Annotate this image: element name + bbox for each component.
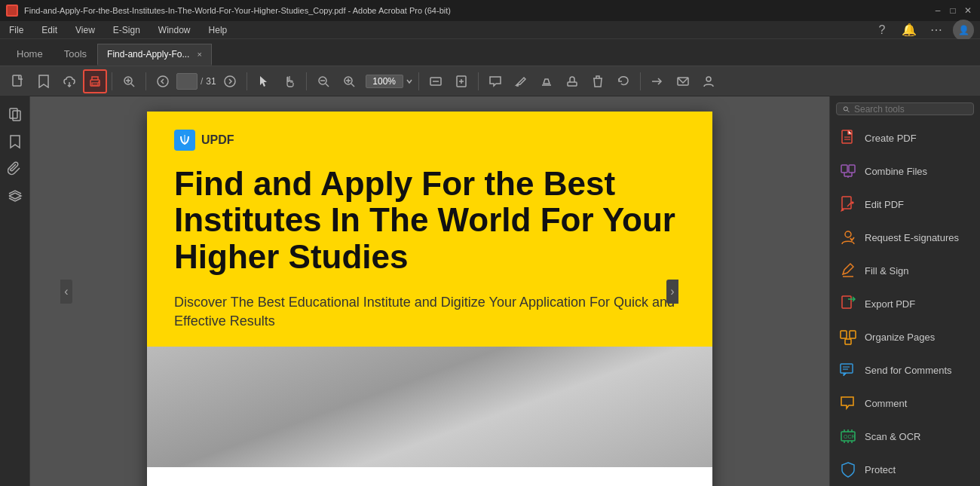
notification-icon[interactable]: 🔔 — [899, 20, 920, 41]
prev-page-button[interactable] — [151, 69, 175, 93]
collapse-left-button[interactable]: ‹ — [60, 280, 72, 304]
tool-create-pdf[interactable]: Create PDF — [830, 121, 980, 154]
comment-button[interactable] — [483, 69, 507, 93]
app-icon — [6, 5, 18, 17]
email-button[interactable] — [671, 69, 695, 93]
updf-logo-icon — [174, 130, 195, 151]
svg-point-10 — [158, 76, 168, 87]
sidebar-layers-icon[interactable] — [3, 184, 27, 208]
hand-tool-button[interactable] — [277, 69, 302, 93]
export-pdf-icon — [839, 295, 857, 313]
tab-document[interactable]: Find-and-Apply-Fo... × — [97, 44, 212, 66]
undo-button[interactable] — [611, 69, 635, 93]
zoom-in-button[interactable] — [117, 69, 141, 93]
new-file-button[interactable] — [6, 69, 30, 93]
document-area: ‹ UPDF Find and Apply For the Best Insti… — [30, 96, 829, 486]
menu-view[interactable]: View — [72, 23, 98, 37]
share-button[interactable] — [645, 69, 669, 93]
svg-rect-39 — [841, 165, 847, 173]
sidebar-attachments-icon[interactable] — [3, 157, 27, 181]
svg-point-5 — [98, 81, 100, 83]
svg-rect-51 — [850, 331, 856, 338]
apps-icon[interactable]: ⋯ — [926, 20, 947, 41]
save-cloud-button[interactable] — [57, 69, 81, 93]
help-icon[interactable]: ? — [871, 20, 893, 41]
sidebar-bookmarks-icon[interactable] — [3, 130, 27, 154]
bookmark-button[interactable] — [32, 69, 56, 93]
fit-width-button[interactable] — [424, 69, 448, 93]
menu-window[interactable]: Window — [155, 23, 194, 37]
window-controls[interactable]: – □ ✕ — [932, 5, 974, 17]
svg-line-7 — [131, 84, 134, 87]
tab-close-button[interactable]: × — [197, 50, 201, 59]
pdf-title: Find and Apply For the Best Institutes I… — [174, 166, 685, 275]
zoom-in-btn2[interactable] — [337, 69, 361, 93]
fillsign-label: Fill & Sign — [865, 265, 909, 277]
tool-scan-ocr[interactable]: OCR Scan & OCR — [830, 420, 980, 453]
svg-point-33 — [844, 106, 847, 110]
select-tool-button[interactable] — [252, 69, 276, 93]
search-tools-input[interactable] — [854, 104, 967, 115]
updf-logo-text: UPDF — [201, 133, 234, 147]
tool-organize-pages[interactable]: Organize Pages — [830, 320, 980, 353]
svg-rect-49 — [842, 296, 851, 308]
tool-request-esign[interactable]: Request E-signatures — [830, 221, 980, 254]
separator-3 — [247, 72, 247, 90]
svg-rect-0 — [8, 6, 17, 15]
zoom-control[interactable]: 100% — [366, 75, 414, 88]
svg-rect-4 — [92, 83, 98, 85]
tool-combine-files[interactable]: Combine Files — [830, 154, 980, 188]
stamp-button[interactable] — [560, 69, 584, 93]
user-avatar[interactable]: 👤 — [953, 20, 974, 41]
fit-page-button[interactable] — [449, 69, 473, 93]
menu-esign[interactable]: E-Sign — [110, 23, 143, 37]
page-separator: / — [201, 76, 203, 87]
tool-export-pdf[interactable]: Export PDF — [830, 287, 980, 320]
header-right-icons: ? 🔔 ⋯ 👤 — [871, 20, 974, 41]
separator-4 — [306, 72, 307, 90]
tool-edit-pdf[interactable]: Edit PDF — [830, 188, 980, 221]
protect-label: Protect — [865, 464, 896, 475]
svg-line-13 — [326, 84, 329, 87]
tool-protect[interactable]: Protect — [830, 453, 980, 486]
minimize-button[interactable]: – — [932, 5, 944, 17]
page-number-input[interactable]: 1 — [176, 73, 198, 90]
tool-send-comments[interactable]: Send for Comments — [830, 353, 980, 387]
tool-fill-sign[interactable]: Fill & Sign — [830, 254, 980, 287]
collapse-right-button[interactable]: › — [666, 280, 678, 304]
delete-button[interactable] — [586, 69, 610, 93]
svg-rect-53 — [841, 364, 853, 373]
separator-7 — [640, 72, 641, 90]
esign-icon — [839, 228, 857, 246]
sidebar-pages-icon[interactable] — [3, 102, 27, 127]
separator-5 — [418, 72, 419, 90]
highlight-button[interactable] — [534, 69, 559, 93]
menu-edit[interactable]: Edit — [38, 23, 60, 37]
zoom-out-button[interactable] — [311, 69, 335, 93]
svg-rect-30 — [10, 109, 17, 118]
print-button[interactable] — [83, 69, 107, 93]
tab-home[interactable]: Home — [6, 44, 54, 66]
organize-pages-label: Organize Pages — [865, 332, 935, 343]
svg-line-16 — [351, 84, 354, 87]
menu-help[interactable]: Help — [206, 23, 231, 37]
titlebar: Find-and-Apply-For-the-Best-Institutes-I… — [0, 0, 980, 21]
send-comments-icon — [839, 361, 857, 379]
protect-icon — [839, 460, 857, 478]
toolbar: 1 / 31 100% — [0, 66, 980, 96]
markup-button[interactable] — [509, 69, 533, 93]
separator-6 — [478, 72, 479, 90]
tool-comment[interactable]: Comment — [830, 387, 980, 420]
edit-pdf-icon — [839, 195, 857, 213]
page-total: 31 — [206, 76, 216, 87]
page-navigation: 1 / 31 — [176, 73, 216, 90]
user-button[interactable] — [697, 69, 721, 93]
export-pdf-label: Export PDF — [865, 298, 915, 310]
close-button[interactable]: ✕ — [962, 5, 974, 17]
search-tools-container[interactable] — [836, 102, 974, 115]
scan-ocr-icon: OCR — [839, 427, 857, 445]
menu-file[interactable]: File — [6, 23, 26, 37]
next-page-button[interactable] — [218, 69, 242, 93]
maximize-button[interactable]: □ — [947, 5, 959, 17]
tab-tools[interactable]: Tools — [54, 44, 97, 66]
